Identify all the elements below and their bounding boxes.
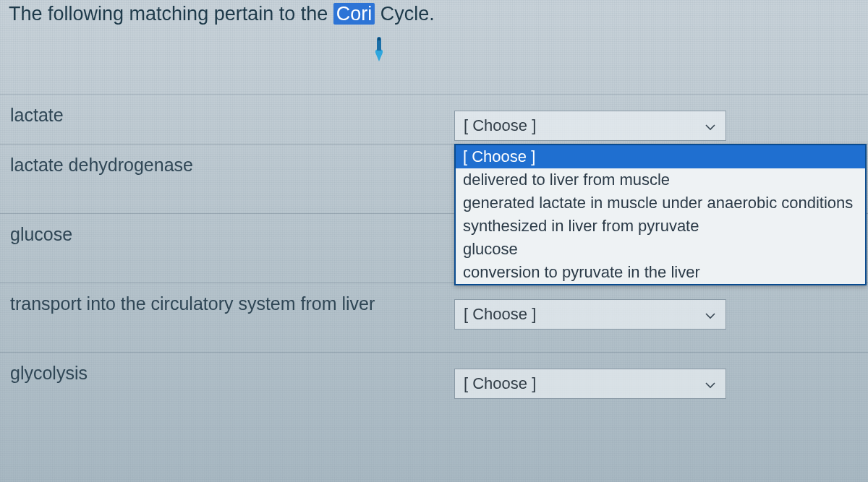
dropdown-option[interactable]: delivered to liver from muscle: [456, 168, 865, 191]
match-row: transport into the circulatory system fr…: [0, 283, 868, 353]
match-row: glycolysis [ Choose ]: [0, 353, 868, 422]
dropdown-option[interactable]: synthesized in liver from pyruvate: [456, 215, 865, 238]
answer-select[interactable]: [ Choose ]: [454, 369, 726, 399]
dropdown-option[interactable]: generated lactate in muscle under anaero…: [456, 191, 865, 215]
dropdown-option[interactable]: glucose: [456, 238, 865, 261]
dropdown-option[interactable]: [ Choose ]: [456, 145, 865, 168]
answer-select[interactable]: [ Choose ]: [454, 111, 726, 141]
question-suffix: Cycle.: [375, 3, 435, 25]
question-prefix: The following matching pertain to the: [9, 3, 333, 25]
question-text: The following matching pertain to the Co…: [0, 0, 868, 74]
svg-point-0: [378, 38, 380, 40]
select-value: [ Choose ]: [464, 305, 536, 324]
term-label: lactate: [0, 95, 454, 126]
dropdown-option[interactable]: conversion to pyruvate in the liver: [456, 261, 865, 284]
select-value: [ Choose ]: [464, 116, 536, 135]
select-value: [ Choose ]: [464, 374, 536, 393]
pen-icon: [369, 35, 859, 68]
term-label: glucose: [0, 214, 454, 245]
chevron-down-icon: [705, 305, 715, 324]
term-label: transport into the circulatory system fr…: [0, 283, 454, 314]
term-label: lactate dehydrogenase: [0, 145, 454, 176]
match-row: lactate [ Choose ] [ Choose ] delivered …: [0, 94, 868, 145]
matching-container: lactate [ Choose ] [ Choose ] delivered …: [0, 94, 868, 422]
chevron-down-icon: [705, 116, 715, 135]
question-highlight: Cori: [333, 3, 375, 25]
chevron-down-icon: [705, 374, 715, 393]
term-label: glycolysis: [0, 353, 454, 384]
dropdown-list[interactable]: [ Choose ] delivered to liver from muscl…: [454, 144, 867, 285]
answer-select[interactable]: [ Choose ]: [454, 299, 726, 330]
